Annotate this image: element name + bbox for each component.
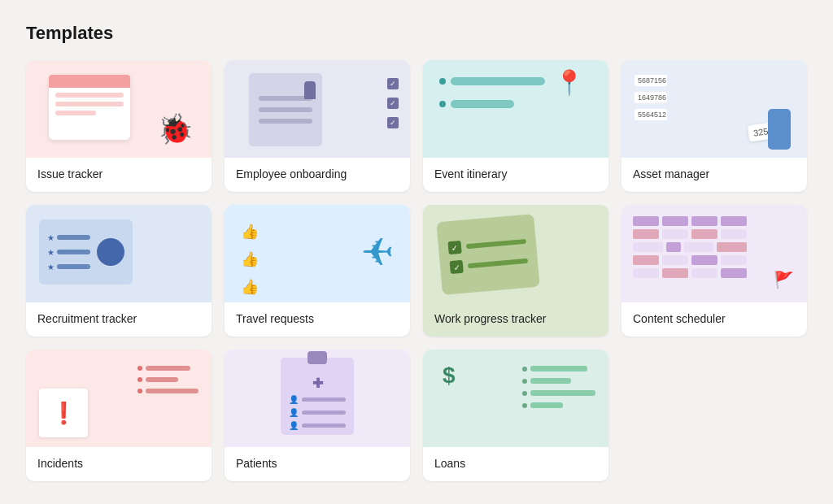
card-label-patients: Patients [225, 447, 410, 481]
card-incidents[interactable]: ❗ Incidents [26, 350, 212, 481]
thumb-loans: $ [423, 350, 608, 447]
thumbs-up-icon: 👍 [241, 223, 259, 241]
thumb-travel-requests: 👍 👍 👍 ✈ [225, 205, 410, 302]
asset-number: 1649786 [635, 92, 667, 103]
thumb-asset-manager: 5687156 1649786 5564512 3254 [621, 60, 807, 158]
thumb-work-progress-tracker: ✓ ✓ [423, 205, 608, 302]
airplane-icon: ✈ [361, 229, 394, 275]
star-icon: ★ [47, 233, 55, 242]
dollar-icon: $ [443, 363, 456, 389]
card-work-progress-tracker[interactable]: ✓ ✓ Work progress tracker [423, 205, 608, 337]
asset-number: 5687156 [635, 75, 667, 86]
card-label-travel-requests: Travel requests [225, 302, 410, 337]
person-icon: 👤 [289, 421, 299, 430]
card-content-scheduler[interactable]: 🚩 Content scheduler [621, 205, 807, 337]
phone-icon [768, 109, 791, 150]
checkbox-checked-icon: ✓ [450, 260, 464, 274]
checkbox-icon: ✓ [387, 117, 399, 128]
card-label-employee-onboarding: Employee onboarding [225, 158, 410, 192]
card-employee-onboarding[interactable]: ✓ ✓ ✓ Employee onboarding [225, 60, 410, 192]
card-label-content-scheduler: Content scheduler [621, 302, 807, 337]
avatar-icon [97, 238, 124, 266]
card-label-recruitment-tracker: Recruitment tracker [26, 302, 212, 337]
checkbox-icon: ✓ [387, 78, 399, 89]
card-travel-requests[interactable]: 👍 👍 👍 ✈ Travel requests [225, 205, 410, 337]
person-icon: 👤 [289, 395, 299, 404]
thumb-recruitment-tracker: ★ ★ ★ [26, 205, 212, 302]
star-icon: ★ [47, 248, 55, 257]
map-pin-icon: 📍 [554, 68, 584, 97]
medical-cross-icon: ✚ [312, 376, 323, 391]
card-event-itinerary[interactable]: 📍 Event itinerary [423, 60, 608, 192]
thumb-issue-tracker: 🐞 [26, 60, 212, 158]
bug-icon: 🐞 [157, 112, 194, 146]
thumb-employee-onboarding: ✓ ✓ ✓ [225, 60, 410, 158]
checkbox-checked-icon: ✓ [447, 241, 461, 254]
templates-grid: 🐞 Issue tracker ✓ ✓ ✓ [26, 60, 807, 481]
star-icon: ★ [47, 263, 55, 272]
card-label-work-progress-tracker: Work progress tracker [423, 302, 608, 337]
card-asset-manager[interactable]: 5687156 1649786 5564512 3254 Asset manag… [621, 60, 807, 192]
card-loans[interactable]: $ Loans [423, 350, 608, 481]
thumb-patients: ✚ 👤 👤 👤 [225, 350, 410, 447]
thumbs-up-icon: 👍 [241, 250, 259, 268]
card-recruitment-tracker[interactable]: ★ ★ ★ Recruitment tracker [26, 205, 212, 337]
card-label-asset-manager: Asset manager [621, 158, 807, 192]
thumb-event-itinerary: 📍 [423, 60, 608, 158]
alert-icon: ❗ [39, 389, 88, 437]
asset-number: 5564512 [635, 109, 667, 120]
flag-icon: 🚩 [774, 270, 794, 289]
thumb-content-scheduler: 🚩 [621, 205, 807, 302]
card-patients[interactable]: ✚ 👤 👤 👤 Patients [225, 350, 410, 481]
card-label-event-itinerary: Event itinerary [423, 158, 608, 192]
person-icon: 👤 [289, 408, 299, 417]
card-label-loans: Loans [423, 447, 608, 481]
card-label-incidents: Incidents [26, 447, 212, 481]
card-issue-tracker[interactable]: 🐞 Issue tracker [26, 60, 212, 192]
checkbox-icon: ✓ [387, 98, 399, 109]
thumbs-up-icon: 👍 [241, 278, 259, 296]
page-title: Templates [26, 23, 807, 44]
thumb-incidents: ❗ [26, 350, 212, 447]
card-label-issue-tracker: Issue tracker [26, 158, 212, 192]
